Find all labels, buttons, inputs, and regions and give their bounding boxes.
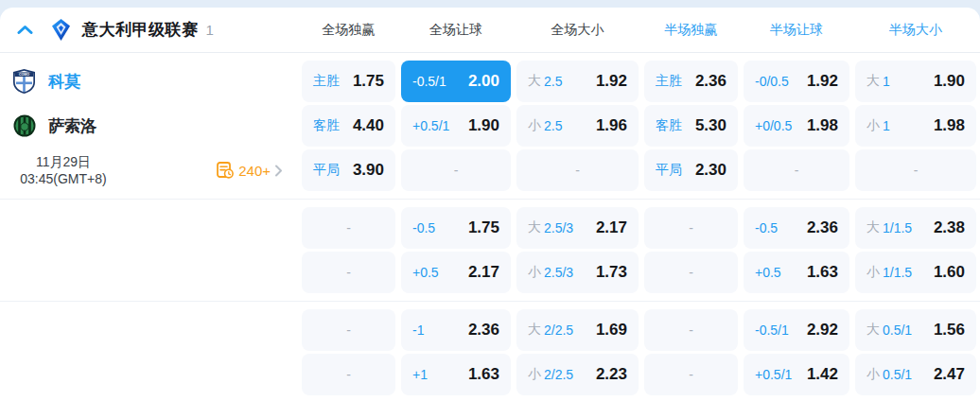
odds-cell-empty: - — [516, 149, 639, 191]
odds-cell-win[interactable]: 平局2.30 — [644, 149, 738, 191]
odds-cell-empty: - — [302, 207, 395, 249]
odds-section-main: COMO 科莫 — [0, 53, 980, 200]
odds-cell-ou[interactable]: 小0.5/12.47 — [855, 354, 976, 395]
odds-label: +0.5 — [412, 265, 439, 280]
match-start-time: 03:45(GMT+8) — [0, 170, 127, 187]
odds-value: 1.73 — [596, 263, 627, 282]
odds-value: 1.69 — [596, 321, 627, 340]
odds-value: 2.92 — [807, 321, 838, 340]
odds-cell-hcp[interactable]: -0/0.51.92 — [744, 61, 849, 102]
odds-cell-win[interactable]: 客胜4.40 — [302, 105, 395, 147]
odds-label: +1 — [412, 367, 428, 382]
odds-cell-hcp[interactable]: -0.52.36 — [744, 207, 849, 249]
odds-label: -0.5 — [755, 220, 778, 235]
ou-side-label: 大 — [528, 73, 541, 90]
odds-value: 1.42 — [807, 365, 838, 384]
odds-label: 平局 — [656, 162, 682, 179]
ou-side-label: 大 — [528, 322, 541, 339]
svg-text:COMO: COMO — [19, 73, 29, 77]
ou-side-label: 大 — [866, 219, 880, 236]
odds-label: +0/0.5 — [755, 118, 792, 133]
away-team-name: 萨索洛 — [48, 115, 96, 137]
odds-cell-ou[interactable]: 小2/2.52.23 — [516, 354, 639, 395]
odds-value: 1.75 — [353, 72, 384, 91]
markets-list-icon — [217, 162, 234, 179]
odds-cell-ou[interactable]: 大2/2.51.69 — [516, 309, 639, 351]
odds-cell-win[interactable]: 平局3.90 — [302, 149, 395, 191]
odds-value: 1.96 — [596, 116, 627, 135]
ou-line-value: 2.5/3 — [544, 220, 573, 235]
odds-value: 1.98 — [807, 116, 838, 135]
col-header-ht-1x2: 半场独赢 — [644, 22, 738, 39]
dash-placeholder: - — [689, 220, 693, 235]
odds-cell-hcp[interactable]: -12.36 — [401, 309, 511, 351]
odds-cell-hcp[interactable]: +0/0.51.98 — [744, 105, 849, 147]
ou-side-label: 大 — [528, 219, 541, 236]
odds-cell-hcp[interactable]: -0.51.75 — [401, 207, 511, 249]
odds-label: -0.5 — [412, 220, 435, 235]
odds-value: 1.90 — [468, 116, 499, 135]
odds-value: 1.63 — [468, 365, 499, 384]
odds-cell-win[interactable]: 主胜1.75 — [302, 61, 395, 102]
odds-cell-hcp[interactable]: +0.51.63 — [744, 252, 849, 293]
odds-value: 2.30 — [695, 161, 726, 180]
odds-cell-empty: - — [855, 149, 976, 191]
ou-line-value: 2.5 — [544, 118, 562, 133]
odds-cell-empty: - — [302, 309, 395, 351]
odds-cell-ou[interactable]: 大0.5/11.56 — [855, 309, 976, 351]
odds-value: 2.17 — [596, 218, 627, 237]
odds-cell-win[interactable]: 主胜2.36 — [644, 61, 738, 102]
league-odds-card: 意大利甲级联赛 1 全场独赢 全场让球 全场大小 半场独赢 半场让球 半场大小 … — [0, 8, 980, 401]
odds-value: 1.75 — [468, 218, 499, 237]
odds-value: 2.47 — [934, 365, 965, 384]
match-info: COMO 科莫 — [0, 61, 296, 191]
odds-cell-ou[interactable]: 小2.51.96 — [516, 105, 639, 147]
ou-side-label: 小 — [528, 366, 541, 383]
dash-placeholder: - — [689, 265, 693, 280]
odds-cell-ou[interactable]: 大2.5/32.17 — [516, 207, 639, 249]
odds-cell-ou[interactable]: 小11.98 — [855, 105, 976, 147]
odds-cell-hcp[interactable]: +0.5/11.90 — [401, 105, 511, 147]
more-markets-button[interactable]: 240+ — [217, 162, 283, 179]
odds-cell-empty: - — [744, 149, 849, 191]
dash-placeholder: - — [689, 323, 693, 338]
ou-line-value: 1/1.5 — [883, 265, 912, 280]
chevron-right-icon — [274, 165, 283, 177]
odds-cell-hcp[interactable]: -0.5/12.00 — [401, 61, 511, 102]
ou-side-label: 小 — [528, 117, 541, 134]
team-row-home[interactable]: COMO 科莫 — [0, 61, 296, 102]
odds-value: 1.92 — [596, 72, 627, 91]
odds-cell-ou[interactable]: 大2.51.92 — [516, 61, 639, 102]
ou-line-value: 0.5/1 — [883, 367, 912, 382]
odds-value: 2.36 — [468, 321, 499, 340]
odds-label: +0.5/1 — [755, 367, 792, 382]
league-name: 意大利甲级联赛 — [82, 19, 199, 41]
odds-cell-ou[interactable]: 大1/1.52.38 — [855, 207, 976, 249]
odds-cell-hcp[interactable]: +0.5/11.42 — [744, 354, 849, 395]
team-row-away[interactable]: 萨索洛 — [0, 105, 296, 147]
odds-value: 2.23 — [596, 365, 627, 384]
odds-cell-win[interactable]: 客胜5.30 — [644, 105, 738, 147]
odds-value: 2.38 — [934, 218, 965, 237]
chevron-up-icon[interactable] — [13, 19, 36, 42]
odds-value: 1.98 — [934, 116, 965, 135]
more-markets-count: 240+ — [238, 163, 271, 179]
odds-label: 客胜 — [656, 117, 682, 134]
odds-cell-ou[interactable]: 小1/1.51.60 — [855, 252, 976, 293]
odds-label: +0.5 — [755, 265, 781, 280]
ou-side-label: 大 — [866, 73, 880, 90]
ou-line-value: 2.5 — [544, 74, 562, 89]
dash-placeholder: - — [454, 163, 459, 178]
odds-label: 平局 — [313, 162, 340, 179]
odds-label: -0.5/1 — [755, 323, 789, 338]
odds-cell-ou[interactable]: 大11.90 — [855, 61, 976, 102]
match-meta-row: 11月29日 03:45(GMT+8) 240+ — [0, 149, 296, 191]
odds-cell-hcp[interactable]: +0.52.17 — [401, 252, 511, 293]
odds-cell-hcp[interactable]: +11.63 — [401, 354, 511, 395]
col-header-ht-handicap: 半场让球 — [744, 22, 849, 39]
odds-value: 2.17 — [468, 263, 499, 282]
odds-cell-hcp[interactable]: -0.5/12.92 — [744, 309, 849, 351]
odds-value: 1.63 — [807, 263, 838, 282]
ou-side-label: 小 — [866, 117, 880, 134]
odds-cell-ou[interactable]: 小2.5/31.73 — [516, 252, 639, 293]
